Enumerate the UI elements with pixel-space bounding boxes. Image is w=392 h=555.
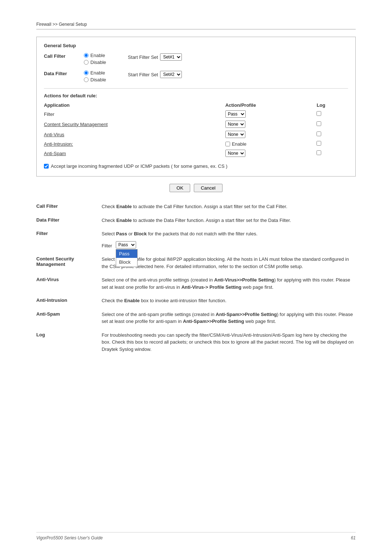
desc-term-7: Log (36, 332, 102, 337)
desc-bold-text: Anti-Virus>>Profile Setting (214, 277, 274, 283)
popup-item-block[interactable]: Block (116, 258, 137, 267)
log-checkbox-4[interactable] (317, 150, 321, 155)
cancel-button[interactable]: Cancel (194, 184, 222, 192)
table-cell-app: Filter (44, 109, 225, 119)
data-filter-enable-label: Enable (90, 70, 105, 76)
desc-def-2: Select Pass or Block for the packets tha… (102, 230, 356, 249)
table-cell-log[interactable] (317, 139, 348, 148)
accept-row: Accept large incoming fragmented UDP or … (44, 163, 348, 169)
table-row: Anti-Intrusion:Enable (44, 139, 348, 148)
desc-term-3: Content Security Management (36, 256, 102, 267)
desc-item-3: Content Security ManagementSelect a CSM … (36, 256, 356, 270)
table-cell-app[interactable]: Anti-Spam (44, 148, 225, 158)
call-filter-start-label: Start Filter Set (128, 54, 158, 60)
actions-title: Actions for default rule: (44, 93, 348, 98)
filter-dropdown-popup: PassBlock (116, 249, 138, 267)
data-filter-enable-radio[interactable] (84, 70, 89, 75)
data-filter-disable-item[interactable]: Disable (84, 77, 106, 82)
desc-def-6: Select one of the anti-spam profile sett… (102, 311, 356, 325)
actions-table-header: Application Action/Profile Log (44, 101, 348, 109)
call-filter-disable-item[interactable]: Disable (84, 60, 106, 65)
desc-def-7: For troubleshooting needs you can specif… (102, 332, 356, 353)
desc-item-7: LogFor troubleshooting needs you can spe… (36, 332, 356, 353)
desc-text: Select one of the anti-virus profile set… (102, 277, 214, 283)
footer-left: VigorPro5500 Series User's Guide (36, 535, 103, 540)
button-row: OK Cancel (36, 184, 356, 192)
log-checkbox-2[interactable] (317, 131, 321, 136)
desc-def-5: Check the Enable box to invoke anti-intr… (102, 297, 356, 304)
filter-pass-select[interactable]: PassBlock (116, 241, 136, 248)
enable-checkbox-3[interactable] (225, 142, 230, 146)
table-cell-app[interactable]: Content Security Management (44, 119, 225, 129)
table-cell-log[interactable] (317, 119, 348, 129)
table-cell-action[interactable]: None (225, 119, 317, 129)
table-cell-action[interactable]: None (225, 148, 317, 158)
table-cell-log[interactable] (317, 129, 348, 139)
app-link-4[interactable]: Anti-Spam (44, 151, 66, 156)
call-filter-radios: Enable Disable (84, 53, 106, 66)
data-filter-disable-radio[interactable] (84, 77, 89, 82)
filter-dropdown-wrapper: PassBlockPassBlock (116, 241, 136, 248)
action-select-1[interactable]: None (225, 121, 245, 128)
desc-bold-text: Anti-Virus-> Profile Setting (181, 284, 242, 290)
app-link-3[interactable]: Anti-Intrusion: (44, 141, 73, 147)
call-filter-row: Call Filter Enable Disable Start Filter … (44, 53, 348, 66)
data-filter-set-select[interactable]: Set#2 Set#1 Set#3 (160, 71, 182, 78)
desc-term-1: Data Filter (36, 217, 102, 223)
desc-text: box to invoke anti-intrusion filter func… (140, 298, 226, 303)
desc-item-1: Data FilterCheck Enable to activate the … (36, 217, 356, 224)
ok-button[interactable]: OK (170, 184, 190, 192)
data-filter-enable-item[interactable]: Enable (84, 70, 106, 76)
action-select-4[interactable]: None (225, 150, 245, 157)
popup-item-pass[interactable]: Pass (116, 250, 137, 258)
table-cell-app[interactable]: Anti-Virus (44, 129, 225, 139)
desc-item-2: FilterSelect Pass or Block for the packe… (36, 230, 356, 249)
data-filter-row: Data Filter Enable Disable Start Filter … (44, 70, 348, 84)
log-checkbox-0[interactable] (317, 111, 321, 116)
data-filter-radios: Enable Disable (84, 70, 106, 84)
config-box: General Setup Call Filter Enable Disable… (36, 37, 356, 177)
table-cell-log[interactable] (317, 109, 348, 119)
action-select-0[interactable]: PassBlock (225, 110, 246, 118)
call-filter-enable-item[interactable]: Enable (84, 53, 106, 58)
desc-text: Select (102, 231, 116, 236)
call-filter-label: Call Filter (44, 53, 84, 59)
col-action-profile: Action/Profile (225, 101, 317, 109)
table-cell-action[interactable]: PassBlock (225, 109, 317, 119)
call-filter-disable-radio[interactable] (84, 60, 89, 65)
desc-def-1: Check Enable to activate the Data Filter… (102, 217, 356, 224)
desc-text: to activate the Data Filter function. As… (132, 218, 291, 223)
page-footer: VigorPro5500 Series User's Guide 61 (36, 532, 356, 540)
desc-text: for the packets that do not match with t… (147, 231, 257, 236)
accept-checkbox[interactable] (44, 164, 49, 169)
table-cell-action[interactable]: Enable (225, 139, 317, 148)
desc-text: to activate the Call Filter function. As… (132, 204, 287, 209)
call-filter-disable-label: Disable (90, 60, 106, 65)
log-checkbox-3[interactable] (317, 141, 321, 146)
divider (44, 88, 348, 89)
desc-def-4: Select one of the anti-virus profile set… (102, 276, 356, 291)
breadcrumb-text: Firewall >> General Setup (36, 22, 87, 27)
app-link-1[interactable]: Content Security Management (44, 122, 108, 127)
col-application: Application (44, 101, 225, 109)
table-cell-log[interactable] (317, 148, 348, 158)
log-checkbox-1[interactable] (317, 121, 321, 126)
call-filter-enable-radio[interactable] (84, 53, 89, 58)
enable-label-3: Enable (232, 141, 246, 147)
desc-term-5: Anti-Intrusion (36, 297, 102, 303)
action-select-2[interactable]: None (225, 131, 245, 138)
call-filter-set-select[interactable]: Set#1 Set#2 Set#3 (160, 53, 182, 61)
actions-table: Application Action/Profile Log FilterPas… (44, 101, 348, 158)
breadcrumb: Firewall >> General Setup (36, 22, 356, 29)
app-link-2[interactable]: Anti-Virus (44, 132, 64, 137)
table-cell-app[interactable]: Anti-Intrusion: (44, 139, 225, 148)
table-row: Anti-VirusNone (44, 129, 348, 139)
desc-bold-text: Anti-Spam>>Profile Setting (183, 319, 244, 324)
desc-bold-text: Enable (116, 204, 132, 209)
table-cell-action[interactable]: None (225, 129, 317, 139)
desc-term-2: Filter (36, 230, 102, 236)
desc-bold-text: Pass (116, 231, 127, 236)
desc-term-0: Call Filter (36, 203, 102, 209)
desc-text: or (127, 231, 134, 236)
call-filter-enable-label: Enable (90, 53, 105, 58)
